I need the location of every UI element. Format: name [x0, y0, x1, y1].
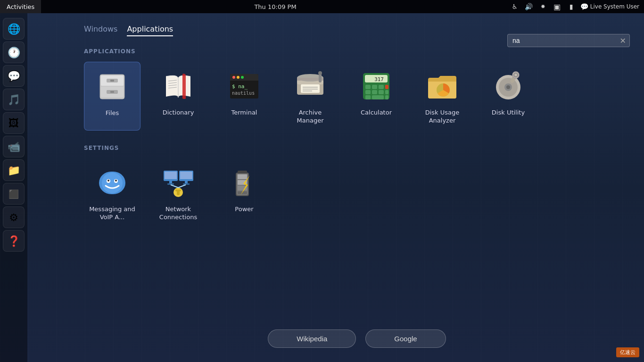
svg-point-28: [318, 71, 322, 75]
sidebar-item-system[interactable]: ⚙: [3, 206, 25, 228]
sidebar-item-files[interactable]: 📁: [3, 159, 25, 181]
display-icon[interactable]: ▣: [552, 1, 562, 12]
files-icon: 📁: [8, 165, 20, 176]
tab-applications[interactable]: Applications: [127, 23, 173, 36]
live-user-label: Live System User: [590, 3, 639, 10]
sidebar-item-clock[interactable]: 🕐: [3, 41, 25, 63]
svg-rect-6: [110, 91, 114, 93]
sidebar: 🌐 🕐 💬 🎵 🖼 📹 📁 ⬛ ⚙ ❓: [0, 13, 27, 362]
disk-utility-app-icon: [491, 69, 525, 103]
svg-rect-63: [185, 181, 188, 183]
svg-rect-36: [365, 90, 371, 94]
svg-rect-76: [238, 191, 247, 194]
chat-icon: 💬: [8, 70, 20, 82]
disk-usage-analyzer-app-label: Disk Usage Analyzer: [418, 109, 467, 125]
bottom-bar: Wikipedia Google: [84, 322, 630, 353]
network-connections-app-label: Network Connections: [154, 206, 203, 222]
svg-point-52: [102, 173, 123, 193]
svg-text:nautilus: nautilus: [232, 90, 255, 96]
bluetooth-icon[interactable]: ✸: [538, 1, 548, 12]
settings-section-label: SETTINGS: [84, 145, 630, 151]
app-item-terminal[interactable]: $ na_ nautilus Terminal: [216, 62, 272, 131]
svg-rect-34: [379, 85, 384, 89]
search-clear-button[interactable]: ✕: [620, 36, 626, 45]
search-container: ✕: [507, 34, 630, 47]
disk-utility-icon-container: [489, 67, 527, 105]
svg-rect-33: [372, 85, 377, 89]
app-item-disk-utility[interactable]: Disk Utility: [480, 62, 537, 131]
help-icon: ❓: [8, 235, 20, 247]
svg-point-47: [506, 85, 510, 89]
dictionary-app-label: Dictionary: [163, 109, 194, 117]
power-app-label: Power: [235, 206, 253, 214]
watermark: 亿速云: [616, 347, 639, 357]
svg-rect-40: [365, 95, 371, 99]
archive-manager-icon-container: [291, 67, 329, 105]
terminal-app-label: Terminal: [231, 109, 257, 117]
app-item-calculator[interactable]: 317 Calculator: [348, 62, 405, 131]
app-item-dictionary[interactable]: Dictionary: [150, 62, 206, 131]
app-item-network-connections[interactable]: Network Connections: [150, 158, 206, 227]
video-icon: 📹: [8, 141, 20, 153]
globe-icon: 🌐: [8, 23, 20, 35]
terminal-app-icon: $ na_ nautilus: [227, 69, 261, 103]
applications-section-label: APPLICATIONS: [84, 48, 630, 55]
disk-usage-analyzer-app-icon: [425, 69, 459, 103]
svg-rect-64: [183, 183, 190, 185]
svg-rect-39: [385, 90, 388, 94]
volume-icon[interactable]: 🔊: [524, 1, 534, 12]
svg-rect-62: [180, 172, 192, 179]
svg-rect-41: [372, 95, 384, 99]
applications-grid: Files: [84, 62, 630, 131]
topbar: Activities Thu 10:09 PM ♿ 🔊 ✸ ▣ ▮ 💬 Live…: [0, 0, 644, 13]
messaging-voip-app-label: Messaging and VoIP A...: [88, 206, 137, 222]
sidebar-item-help[interactable]: ❓: [3, 230, 25, 252]
svg-rect-38: [379, 90, 384, 94]
app-item-power[interactable]: Power: [216, 158, 272, 227]
settings-grid: Messaging and VoIP A...: [84, 158, 630, 227]
network-connections-app-icon: [161, 166, 195, 200]
svg-text:$ na_: $ na_: [232, 83, 248, 90]
activities-button[interactable]: Activities: [0, 0, 41, 13]
app-item-files[interactable]: Files: [84, 62, 140, 131]
topbar-center: Thu 10:09 PM: [41, 3, 509, 10]
clock-display: Thu 10:09 PM: [254, 3, 296, 10]
svg-rect-23: [301, 84, 320, 93]
power-icon-container: [225, 164, 263, 202]
sidebar-item-photos[interactable]: 🖼: [3, 112, 25, 134]
files-app-label: Files: [106, 109, 119, 117]
app-item-messaging-voip[interactable]: Messaging and VoIP A...: [84, 158, 140, 227]
app-item-archive-manager[interactable]: Archive Manager: [282, 62, 339, 131]
app-item-disk-usage-analyzer[interactable]: Disk Usage Analyzer: [414, 62, 471, 131]
sidebar-item-globe[interactable]: 🌐: [3, 18, 25, 40]
activities-label: Activities: [7, 3, 34, 10]
tab-windows[interactable]: Windows: [84, 23, 117, 36]
svg-point-14: [232, 76, 235, 79]
archive-manager-app-label: Archive Manager: [286, 109, 335, 125]
svg-rect-42: [385, 95, 388, 99]
terminal-icon-container: $ na_ nautilus: [225, 67, 263, 105]
live-user-button[interactable]: 💬 Live System User: [580, 3, 639, 10]
svg-rect-35: [385, 85, 388, 89]
audio-icon: 🎵: [8, 94, 20, 106]
network-connections-icon-container: [159, 164, 197, 202]
files-icon-container: [93, 68, 131, 106]
google-button[interactable]: Google: [365, 329, 446, 348]
dictionary-icon-container: [159, 67, 197, 105]
svg-rect-67: [175, 189, 181, 191]
calculator-app-label: Calculator: [361, 109, 392, 117]
sidebar-item-chat[interactable]: 💬: [3, 65, 25, 87]
sidebar-item-audio[interactable]: 🎵: [3, 89, 25, 110]
accessibility-icon[interactable]: ♿: [510, 1, 520, 12]
wikipedia-button[interactable]: Wikipedia: [268, 329, 356, 348]
messaging-voip-icon-container: [93, 164, 131, 202]
svg-point-16: [241, 76, 244, 79]
sidebar-item-terminal[interactable]: ⬛: [3, 183, 25, 205]
clock-icon: 🕐: [8, 47, 20, 58]
apps-area: APPLICATIONS Files: [84, 46, 630, 322]
battery-icon[interactable]: ▮: [566, 1, 577, 12]
topbar-right: ♿ 🔊 ✸ ▣ ▮ 💬 Live System User: [510, 1, 644, 12]
sidebar-item-video[interactable]: 📹: [3, 136, 25, 157]
search-input[interactable]: [507, 34, 630, 47]
calculator-icon-container: 317: [357, 67, 395, 105]
